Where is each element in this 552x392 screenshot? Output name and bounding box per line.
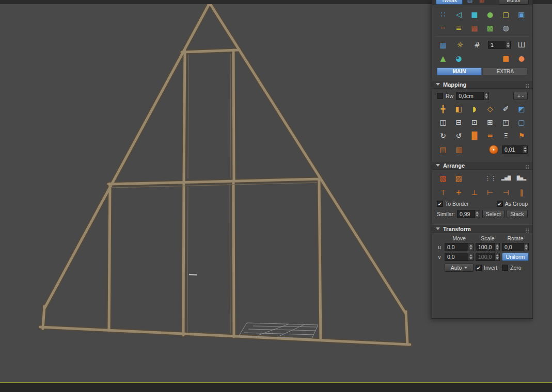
spinner-arrows[interactable] bbox=[475, 210, 480, 218]
framed-square-icon[interactable]: ▣ bbox=[515, 9, 528, 20]
u-scale-spinner[interactable]: 100,0 bbox=[476, 243, 500, 251]
spinner-arrows[interactable] bbox=[468, 253, 473, 260]
flip-h-icon[interactable]: ▐▌ bbox=[468, 130, 481, 141]
rw-checkbox[interactable] bbox=[437, 93, 443, 99]
sort-descending-icon[interactable]: █▅▂ bbox=[515, 173, 528, 184]
invert-option[interactable]: Invert bbox=[476, 265, 500, 271]
spinner-arrows[interactable] bbox=[522, 146, 527, 153]
green-sphere-icon[interactable]: ● bbox=[484, 9, 496, 20]
checker-green-icon[interactable]: ▩ bbox=[484, 23, 496, 33]
rotate-ccw-icon[interactable]: ↺ bbox=[452, 130, 465, 141]
doc-icon[interactable]: ▤ bbox=[465, 0, 475, 4]
align-middle-icon[interactable]: ⊣ bbox=[500, 187, 512, 198]
checker-red-icon[interactable]: ▦ bbox=[468, 23, 481, 33]
align-top-icon[interactable]: ⊤ bbox=[437, 187, 449, 198]
rotate-column-label: Rotate bbox=[502, 235, 529, 241]
arrange-rollout-header[interactable]: Arrange bbox=[432, 161, 532, 170]
align-left-icon[interactable]: ⊢ bbox=[484, 187, 496, 198]
spinner-arrows[interactable] bbox=[483, 92, 488, 100]
transform-title: Transform bbox=[443, 226, 471, 232]
u-scale-value: 100,0 bbox=[476, 243, 494, 251]
stacked-lines-icon[interactable]: ≡ bbox=[452, 23, 465, 33]
checker-sphere-icon[interactable]: ◍ bbox=[500, 23, 512, 33]
a-frame-structure[interactable] bbox=[40, 3, 410, 345]
tab-extra[interactable]: EXTRA bbox=[483, 68, 528, 75]
pie-sphere-icon[interactable]: ◕ bbox=[452, 53, 465, 63]
spinner-arrows[interactable] bbox=[494, 243, 499, 251]
spinner-arrows[interactable] bbox=[468, 243, 473, 251]
brick-v-icon[interactable]: ▥ bbox=[453, 144, 465, 155]
fill-area-icon[interactable]: ▢ bbox=[515, 117, 528, 127]
step-spinner[interactable]: 0,01 bbox=[502, 145, 528, 154]
transform-rollout-header[interactable]: Transform bbox=[432, 224, 532, 233]
auto-dropdown-value: Auto bbox=[451, 265, 462, 271]
to-border-checkbox[interactable] bbox=[437, 201, 443, 207]
collapse-arrow-icon bbox=[436, 83, 440, 86]
as-group-option[interactable]: As Group bbox=[497, 201, 528, 207]
u-move-spinner[interactable]: 0,0 bbox=[445, 243, 474, 251]
u-move-value: 0,0 bbox=[445, 243, 468, 251]
flip-v-icon[interactable]: = bbox=[484, 130, 496, 141]
as-group-checkbox[interactable] bbox=[497, 201, 503, 207]
spinner-arrows[interactable] bbox=[523, 243, 528, 251]
segments-spinner[interactable]: 1 bbox=[488, 41, 511, 49]
box3d-icon[interactable]: ■ bbox=[500, 53, 512, 63]
spinner-arrows[interactable] bbox=[505, 41, 510, 48]
select-button[interactable]: Select bbox=[482, 210, 504, 218]
pack-grid-icon[interactable]: ▨ bbox=[452, 173, 465, 184]
align-right-icon[interactable]: ∥ bbox=[515, 187, 528, 198]
align-bottom-icon[interactable]: ⊥ bbox=[468, 187, 481, 198]
random-flag-icon[interactable]: ⚑ bbox=[515, 130, 528, 141]
sort-ascending-icon[interactable]: ▂▅█ bbox=[500, 173, 512, 184]
pelt-map-icon[interactable]: ◇ bbox=[484, 104, 496, 114]
tweak-button[interactable]: Tweak bbox=[436, 0, 463, 5]
tiles-icon[interactable]: ▦ bbox=[437, 40, 449, 50]
fit-v-icon[interactable]: ⊟ bbox=[452, 117, 465, 127]
ruler-icon[interactable]: Ш bbox=[515, 40, 528, 50]
mapping-rollout-header[interactable]: Mapping bbox=[432, 80, 532, 89]
rw-value-spinner[interactable]: 0,0cm bbox=[456, 92, 489, 100]
zero-option[interactable]: Zero bbox=[502, 265, 529, 271]
plus-minus-button[interactable]: + - bbox=[513, 92, 528, 100]
spacer bbox=[468, 53, 481, 63]
auto-dropdown[interactable]: Auto bbox=[445, 264, 474, 272]
status-bar bbox=[0, 383, 552, 392]
uniform-button[interactable]: Uniform bbox=[502, 253, 529, 261]
distribute-columns-icon[interactable]: ⋮⋮ bbox=[484, 173, 497, 184]
scatter-dots-icon[interactable]: ∷ bbox=[437, 9, 449, 20]
fit-u-icon[interactable]: ◫ bbox=[437, 117, 449, 127]
editor-button[interactable]: Editor bbox=[499, 0, 529, 5]
grid-icon[interactable]: # bbox=[471, 40, 483, 50]
mapping-title: Mapping bbox=[443, 81, 466, 88]
v-move-spinner[interactable]: 0,0 bbox=[445, 253, 474, 261]
brick-h-icon[interactable]: ▤ bbox=[437, 144, 449, 155]
pack-uv-icon[interactable]: ▧ bbox=[437, 173, 449, 184]
planar-map-icon[interactable]: ◩ bbox=[515, 104, 528, 114]
stack-button[interactable]: Stack bbox=[507, 210, 528, 218]
invert-checkbox[interactable] bbox=[476, 265, 482, 271]
tab-main[interactable]: MAIN bbox=[437, 68, 482, 75]
align-center-icon[interactable]: + bbox=[452, 187, 465, 198]
fit-both-icon[interactable]: ⊞ bbox=[484, 117, 496, 127]
to-border-option[interactable]: To Border bbox=[437, 201, 469, 207]
filled-square-icon[interactable]: ■ bbox=[468, 9, 481, 20]
u-rotate-spinner[interactable]: 0,0 bbox=[502, 243, 529, 251]
terrain-icon[interactable]: ▲ bbox=[437, 53, 449, 63]
material-dot-icon[interactable]: ● bbox=[489, 145, 498, 154]
square-outline-icon[interactable]: ▢ bbox=[500, 9, 512, 20]
cylinder-map-icon[interactable]: ◗ bbox=[468, 104, 481, 114]
normalize-icon[interactable]: Ξ bbox=[500, 130, 512, 141]
dashed-line-icon[interactable]: ┄ bbox=[437, 23, 449, 33]
similar-spinner[interactable]: 0,99 bbox=[457, 210, 480, 218]
center-uv-icon[interactable]: ⊡ bbox=[468, 117, 481, 127]
cube-map-icon[interactable]: ◧ bbox=[452, 104, 465, 114]
corner-snap-icon[interactable]: ◰ bbox=[500, 117, 512, 127]
lightbulb-icon[interactable]: ☼ bbox=[454, 40, 466, 50]
unfold-box-icon[interactable]: ╋ bbox=[437, 104, 449, 114]
rotate-cw-icon[interactable]: ↻ bbox=[437, 130, 449, 141]
palette-icon[interactable]: ▥ bbox=[477, 0, 486, 4]
select-arrow-icon[interactable]: ◁ bbox=[452, 9, 465, 20]
zero-checkbox[interactable] bbox=[502, 265, 508, 271]
orange-sphere-icon[interactable]: ● bbox=[515, 53, 528, 63]
eyedropper-icon[interactable]: ✐ bbox=[500, 104, 512, 114]
